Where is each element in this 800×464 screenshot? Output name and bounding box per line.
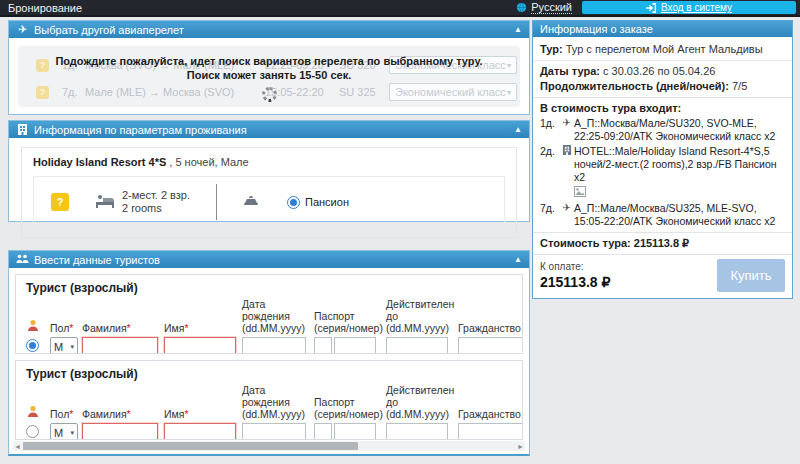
flight-panel: ✈ Выбрать другой авиаперелет ▲ ? 1д. Мос… <box>8 20 530 115</box>
accommodation-panel-header[interactable]: Информация по параметрам проживания ▲ <box>9 121 529 138</box>
passport-format: (серия/номер) <box>314 322 386 334</box>
name-label: Имя <box>164 322 184 334</box>
validuntil-cell <box>386 423 458 440</box>
validuntil-format: (dd.MM.yyyy) <box>386 322 458 334</box>
bed-icon <box>95 194 115 211</box>
duration-value: 7/5 <box>732 80 747 92</box>
main-tourist-radio[interactable] <box>26 425 39 438</box>
name-cell <box>164 337 242 354</box>
name-input[interactable] <box>164 337 236 354</box>
birthdate-label: Дата рождения <box>242 298 314 322</box>
divider <box>533 60 792 61</box>
citizenship-cell <box>458 337 523 354</box>
gender-column-label: Пол* <box>50 408 82 420</box>
scroll-right-icon[interactable]: ► <box>516 443 525 450</box>
tourist-labels-row: Пол* Фамилия* Имя* Дата рождения(dd.MM.y… <box>26 298 512 334</box>
collapse-icon[interactable]: ▲ <box>514 125 522 134</box>
surname-input[interactable] <box>82 337 158 354</box>
loading-overlay: Подождите пожалуйста, идет поиск вариант… <box>18 46 520 107</box>
total-label: Стоимость тура: <box>540 237 631 249</box>
collapse-icon[interactable]: ▲ <box>514 255 522 264</box>
scrollbar-track[interactable] <box>22 441 516 451</box>
login-label: Вход в систему <box>661 2 732 13</box>
flight-options-area: ? 1д. Москва (SVO) → Мале (MLE) 22:25-09… <box>18 46 520 107</box>
gender-column-label: Пол* <box>50 322 82 334</box>
buy-button[interactable]: Купить <box>717 259 785 292</box>
name-cell <box>164 423 242 440</box>
order-panel-body: Тур: Тур с перелетом Мой Агент Мальдивы … <box>533 37 792 298</box>
order-item: 7д. ✈ А_П::Мале/Москва/SU325, MLE-SVO, 1… <box>540 202 785 228</box>
tourist-labels-row: Пол* Фамилия* Имя* Дата рождения(dd.MM.y… <box>26 384 512 420</box>
birthdate-format: (dd.MM.yyyy) <box>242 322 314 334</box>
citizenship-input[interactable] <box>458 337 523 354</box>
accommodation-panel: Информация по параметрам проживания ▲ Ho… <box>8 120 530 222</box>
includes-line: В стоимость тура входит: <box>540 102 785 115</box>
passport-column-label: Паспорт(серия/номер) <box>314 396 386 420</box>
main-tourist-radio[interactable] <box>26 339 39 352</box>
tourist-person-icon <box>26 319 50 334</box>
birthdate-input[interactable] <box>242 423 306 440</box>
name-input[interactable] <box>164 423 236 440</box>
passport-number-input[interactable] <box>334 423 376 440</box>
passport-format: (серия/номер) <box>314 408 386 420</box>
duration-line: Продолжительность (дней/ночей): 7/5 <box>540 80 785 93</box>
passport-number-input[interactable] <box>334 337 376 354</box>
hotel-photos-icon[interactable] <box>574 186 586 200</box>
gender-select[interactable]: М ▾ <box>50 337 78 354</box>
total-line: Стоимость тура: 215113.8 ₽ <box>540 237 785 250</box>
top-bar: Бронирование Русский Вход в систему <box>0 0 800 17</box>
question-icon[interactable]: ? <box>51 193 69 211</box>
occupancy-line2: 2 rooms <box>122 202 190 215</box>
main-tourist-cell <box>26 425 50 440</box>
passport-cell <box>314 337 386 354</box>
item-text: А_П::Москва/Мале/SU320, SVO-MLE, 22:25-0… <box>574 117 785 143</box>
hotel-icon <box>16 124 29 136</box>
login-button[interactable]: Вход в систему <box>582 1 796 14</box>
dates-value: с 30.03.26 по 05.04.26 <box>603 65 715 77</box>
name-label: Имя <box>164 408 184 420</box>
birthdate-column-label: Дата рождения(dd.MM.yyyy) <box>242 298 314 334</box>
passport-label: Паспорт <box>314 396 386 408</box>
accommodation-panel-title: Информация по параметрам проживания <box>34 124 247 136</box>
validuntil-format: (dd.MM.yyyy) <box>386 408 458 420</box>
birthdate-column-label: Дата рождения(dd.MM.yyyy) <box>242 384 314 420</box>
tourists-panel-header[interactable]: Ввести данные туристов ▲ <box>9 251 529 268</box>
tourist-title: Турист (взрослый) <box>26 367 512 381</box>
meal-radio[interactable] <box>287 196 300 209</box>
tourist-title: Турист (взрослый) <box>26 281 512 295</box>
gender-cell: М ▾ <box>50 337 82 354</box>
citizenship-input[interactable] <box>458 423 523 440</box>
surname-label: Фамилия <box>82 322 127 334</box>
item-day: 1д. <box>540 117 559 143</box>
validuntil-cell <box>386 337 458 354</box>
tourist-person-icon <box>26 405 50 420</box>
birthdate-format: (dd.MM.yyyy) <box>242 408 314 420</box>
collapse-icon[interactable]: ▲ <box>514 25 522 34</box>
surname-column-label: Фамилия* <box>82 408 164 420</box>
item-text: HOTEL::Male/Holiday Island Resort-4*S,5 … <box>574 145 777 183</box>
item-day: 7д. <box>540 202 559 228</box>
flight-panel-header[interactable]: ✈ Выбрать другой авиаперелет ▲ <box>9 21 529 38</box>
duration-label: Продолжительность (дней/ночей): <box>540 80 729 92</box>
citizenship-cell <box>458 423 523 440</box>
people-icon <box>16 254 29 266</box>
gender-select[interactable]: М ▾ <box>50 423 78 440</box>
citizenship-label: Гражданство <box>458 408 521 420</box>
meal-icon <box>243 194 259 210</box>
chevron-down-icon: ▾ <box>70 429 74 437</box>
validuntil-input[interactable] <box>386 423 448 440</box>
passport-series-input[interactable] <box>314 337 332 354</box>
scrollbar-thumb[interactable] <box>23 442 358 450</box>
language-selector[interactable]: Русский <box>516 1 572 14</box>
tourists-panel-title: Ввести данные туристов <box>34 254 160 266</box>
gender-label: Пол <box>50 322 69 334</box>
surname-input[interactable] <box>82 423 158 440</box>
horizontal-scrollbar[interactable]: ◄ ► <box>13 441 525 451</box>
birthdate-input[interactable] <box>242 337 306 354</box>
flight-panel-title: Выбрать другой авиаперелет <box>34 24 184 36</box>
passport-series-input[interactable] <box>314 423 332 440</box>
validuntil-input[interactable] <box>386 337 448 354</box>
plane-icon: ✈ <box>559 202 574 228</box>
globe-icon <box>516 2 527 13</box>
scroll-left-icon[interactable]: ◄ <box>13 443 22 450</box>
